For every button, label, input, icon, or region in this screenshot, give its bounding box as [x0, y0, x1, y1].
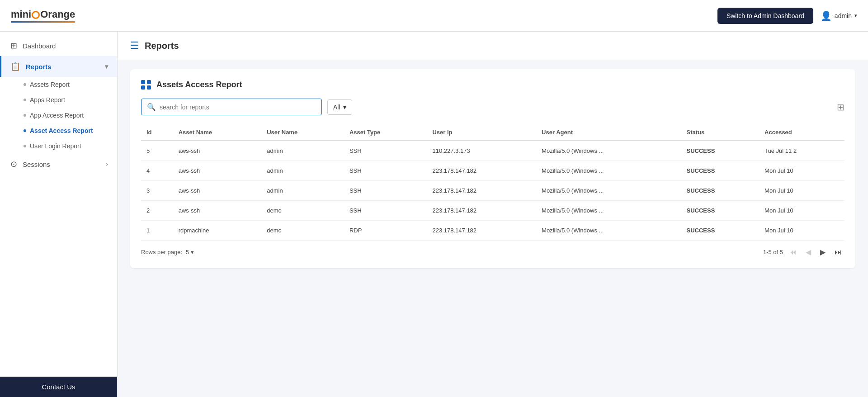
col-asset-name: Asset Name: [173, 124, 262, 141]
contact-us-button[interactable]: Contact Us: [0, 377, 117, 397]
cell-5: Mozilla/5.0 (Windows ...: [536, 221, 681, 241]
cell-2: admin: [261, 161, 344, 181]
sidebar-item-asset-access-report[interactable]: Asset Access Report: [18, 123, 117, 138]
asset-access-report-label: Asset Access Report: [30, 127, 93, 134]
table-body: 5aws-sshadminSSH110.227.3.173Mozilla/5.0…: [141, 141, 844, 241]
col-status: Status: [681, 124, 760, 141]
cell-5: Mozilla/5.0 (Windows ...: [536, 201, 681, 221]
report-card-icon: [141, 80, 151, 90]
cell-7: Mon Jul 10: [759, 181, 844, 201]
rows-per-page: Rows per page: 5 ▾: [141, 249, 194, 255]
table-row: 5aws-sshadminSSH110.227.3.173Mozilla/5.0…: [141, 141, 844, 161]
cell-5: Mozilla/5.0 (Windows ...: [536, 141, 681, 161]
admin-menu[interactable]: 👤 admin ▾: [821, 10, 857, 21]
header-right: Switch to Admin Dashboard 👤 admin ▾: [717, 8, 857, 24]
dot-icon: [24, 129, 26, 132]
cell-4: 223.178.147.182: [427, 161, 536, 181]
search-input[interactable]: [160, 104, 316, 111]
assets-report-label: Assets Report: [30, 81, 70, 88]
col-accessed: Accessed: [759, 124, 844, 141]
cell-2: admin: [261, 141, 344, 161]
cell-1: rdpmachine: [173, 221, 262, 241]
search-icon: 🔍: [147, 103, 156, 111]
rows-per-page-label: Rows per page:: [141, 249, 182, 255]
cell-6: SUCCESS: [681, 161, 760, 181]
dot-icon: [24, 99, 26, 101]
dashboard-icon: ⊞: [10, 41, 17, 51]
sidebar-item-user-login-report[interactable]: User Login Report: [18, 138, 117, 154]
toolbar: 🔍 All ▾ ⊞: [141, 99, 844, 115]
table-footer: Rows per page: 5 ▾ 1-5 of 5 ⏮ ◀ ▶ ⏭: [141, 241, 844, 257]
cell-4: 223.178.147.182: [427, 201, 536, 221]
last-page-button[interactable]: ⏭: [832, 247, 844, 257]
reports-page-icon: ☰: [130, 40, 139, 52]
chevron-down-icon: ▾: [854, 13, 857, 19]
sidebar-item-sessions[interactable]: ⊙ Sessions ›: [0, 154, 117, 175]
sidebar-item-app-access-report[interactable]: App Access Report: [18, 108, 117, 123]
cell-1: aws-ssh: [173, 161, 262, 181]
cell-2: demo: [261, 201, 344, 221]
cell-6: SUCCESS: [681, 141, 760, 161]
report-card: Assets Access Report 🔍 All ▾ ⊞: [130, 69, 855, 268]
cell-3: SSH: [344, 181, 427, 201]
app-access-report-label: App Access Report: [30, 112, 84, 119]
cell-6: SUCCESS: [681, 201, 760, 221]
cell-7: Mon Jul 10: [759, 201, 844, 221]
cell-5: Mozilla/5.0 (Windows ...: [536, 181, 681, 201]
cell-7: Mon Jul 10: [759, 161, 844, 181]
cell-3: SSH: [344, 141, 427, 161]
cell-0: 2: [141, 201, 173, 221]
cell-0: 1: [141, 221, 173, 241]
table-row: 3aws-sshadminSSH223.178.147.182Mozilla/5…: [141, 181, 844, 201]
layout: ⊞ Dashboard 📋 Reports ▾ Assets Report Ap…: [0, 32, 868, 397]
logo-mini-text: mini: [11, 9, 31, 20]
switch-admin-button[interactable]: Switch to Admin Dashboard: [717, 8, 813, 24]
filter-dropdown[interactable]: All ▾: [327, 99, 352, 115]
admin-label: admin: [835, 12, 852, 19]
col-asset-type: Asset Type: [344, 124, 427, 141]
sidebar-item-apps-report[interactable]: Apps Report: [18, 92, 117, 108]
sidebar-item-dashboard-label: Dashboard: [23, 42, 56, 50]
grid-toggle-button[interactable]: ⊞: [837, 102, 844, 113]
reports-icon: 📋: [10, 61, 20, 71]
sidebar-item-dashboard[interactable]: ⊞ Dashboard: [0, 35, 117, 56]
sidebar-sub-menu: Assets Report Apps Report App Access Rep…: [0, 77, 117, 154]
table-row: 2aws-sshdemoSSH223.178.147.182Mozilla/5.…: [141, 201, 844, 221]
col-user-agent: User Agent: [536, 124, 681, 141]
first-page-button[interactable]: ⏮: [787, 247, 799, 257]
cell-1: aws-ssh: [173, 181, 262, 201]
cell-2: demo: [261, 221, 344, 241]
col-user-name: User Name: [261, 124, 344, 141]
dot-icon: [24, 83, 26, 86]
cell-6: SUCCESS: [681, 181, 760, 201]
pagination: 1-5 of 5 ⏮ ◀ ▶ ⏭: [763, 247, 844, 257]
cell-7: Mon Jul 10: [759, 221, 844, 241]
cell-0: 5: [141, 141, 173, 161]
chevron-down-icon: ▾: [343, 104, 346, 111]
content-area: Assets Access Report 🔍 All ▾ ⊞: [118, 60, 868, 277]
report-card-header: Assets Access Report: [141, 80, 844, 90]
prev-page-button[interactable]: ◀: [803, 247, 814, 257]
cell-0: 4: [141, 161, 173, 181]
chevron-right-icon: ›: [106, 161, 108, 168]
next-page-button[interactable]: ▶: [817, 247, 828, 257]
cell-3: SSH: [344, 161, 427, 181]
report-table: Id Asset Name User Name Asset Type User …: [141, 124, 844, 241]
rows-per-page-value: 5: [186, 249, 189, 255]
cell-2: admin: [261, 181, 344, 201]
sidebar-item-assets-report[interactable]: Assets Report: [18, 77, 117, 92]
report-card-title: Assets Access Report: [156, 80, 242, 90]
header: mini Orange Switch to Admin Dashboard 👤 …: [0, 0, 868, 32]
sidebar: ⊞ Dashboard 📋 Reports ▾ Assets Report Ap…: [0, 32, 118, 397]
apps-report-label: Apps Report: [30, 96, 65, 104]
search-box[interactable]: 🔍: [141, 99, 322, 115]
cell-5: Mozilla/5.0 (Windows ...: [536, 161, 681, 181]
admin-avatar: 👤: [821, 10, 832, 21]
rows-per-page-select[interactable]: 5 ▾: [186, 249, 194, 255]
col-id: Id: [141, 124, 173, 141]
sidebar-item-sessions-label: Sessions: [23, 161, 50, 168]
cell-1: aws-ssh: [173, 201, 262, 221]
filter-label: All: [333, 104, 340, 111]
cell-4: 223.178.147.182: [427, 221, 536, 241]
sidebar-item-reports[interactable]: 📋 Reports ▾: [0, 56, 117, 77]
